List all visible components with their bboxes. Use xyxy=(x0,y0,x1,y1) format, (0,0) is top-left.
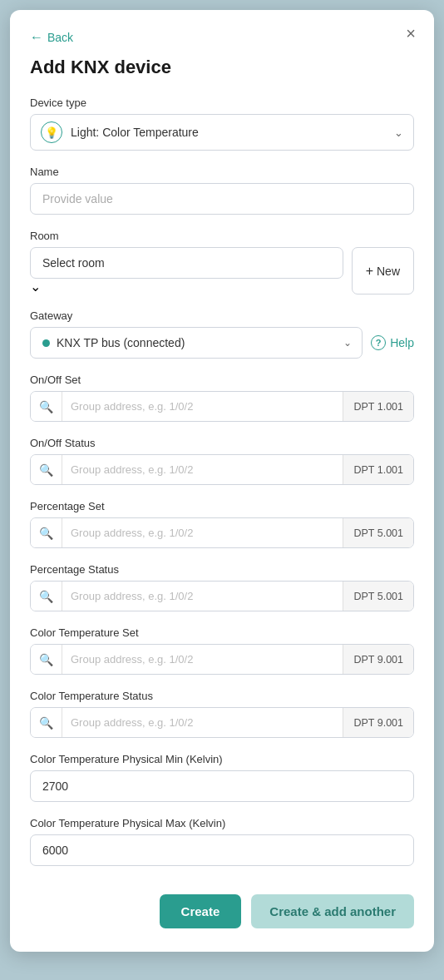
address-field-2: Percentage Set 🔍 DPT 5.001 xyxy=(30,500,414,548)
gateway-field: Gateway KNX TP bus (connected) ⌄ ? Help xyxy=(30,309,414,359)
new-room-label: New xyxy=(377,265,400,278)
gateway-chevron-icon: ⌄ xyxy=(343,337,352,349)
device-type-value: Light: Color Temperature xyxy=(71,126,394,139)
color-temp-max-field: Color Temperature Physical Max (Kelvin) xyxy=(30,817,414,866)
name-input[interactable] xyxy=(30,183,414,215)
page-title: Add KNX device xyxy=(30,57,414,78)
room-label: Room xyxy=(30,230,414,242)
room-select[interactable]: Select room xyxy=(30,247,343,279)
address-input-2[interactable] xyxy=(62,518,343,547)
address-search-icon-0[interactable]: 🔍 xyxy=(31,392,62,421)
address-search-icon-3[interactable]: 🔍 xyxy=(31,582,62,611)
address-input-3[interactable] xyxy=(62,582,343,611)
device-type-icon: 💡 xyxy=(41,121,62,143)
help-label: Help xyxy=(390,336,414,349)
address-row-3: 🔍 DPT 5.001 xyxy=(30,581,414,611)
room-row: Select room ⌄ + New xyxy=(30,247,414,294)
back-label: Back xyxy=(47,31,73,44)
actions-row: Create Create & add another xyxy=(30,881,414,928)
create-add-another-button[interactable]: Create & add another xyxy=(251,894,414,928)
address-fields-container: On/Off Set 🔍 DPT 1.001 On/Off Status 🔍 D… xyxy=(30,374,414,738)
dpt-badge-1: DPT 1.001 xyxy=(343,455,413,484)
color-temp-min-label: Color Temperature Physical Min (Kelvin) xyxy=(30,753,414,765)
plus-icon: + xyxy=(366,264,373,279)
address-field-0: On/Off Set 🔍 DPT 1.001 xyxy=(30,374,414,422)
color-temp-min-field: Color Temperature Physical Min (Kelvin) xyxy=(30,753,414,802)
address-field-label-1: On/Off Status xyxy=(30,437,414,449)
name-label: Name xyxy=(30,166,414,178)
address-input-4[interactable] xyxy=(62,645,343,674)
address-field-4: Color Temperature Set 🔍 DPT 9.001 xyxy=(30,626,414,675)
address-field-3: Percentage Status 🔍 DPT 5.001 xyxy=(30,563,414,611)
address-row-4: 🔍 DPT 9.001 xyxy=(30,644,414,675)
gateway-select-wrapper: KNX TP bus (connected) ⌄ xyxy=(30,327,363,359)
address-field-label-3: Percentage Status xyxy=(30,563,414,576)
dpt-badge-2: DPT 5.001 xyxy=(343,518,413,547)
address-row-2: 🔍 DPT 5.001 xyxy=(30,517,414,548)
address-row-1: 🔍 DPT 1.001 xyxy=(30,454,414,485)
help-circle-icon: ? xyxy=(371,335,386,350)
address-search-icon-5[interactable]: 🔍 xyxy=(31,708,62,737)
room-select-wrapper: Select room ⌄ xyxy=(30,247,343,294)
address-search-icon-4[interactable]: 🔍 xyxy=(31,645,62,674)
name-field: Name xyxy=(30,166,414,215)
address-search-icon-1[interactable]: 🔍 xyxy=(31,455,62,484)
color-temp-max-label: Color Temperature Physical Max (Kelvin) xyxy=(30,817,414,829)
address-field-label-2: Percentage Set xyxy=(30,500,414,512)
device-type-chevron-icon: ⌄ xyxy=(394,126,403,139)
address-field-1: On/Off Status 🔍 DPT 1.001 xyxy=(30,437,414,485)
modal-overlay: × ← Back Add KNX device Device type 💡 Li… xyxy=(0,0,444,980)
create-button[interactable]: Create xyxy=(160,894,242,928)
address-row-5: 🔍 DPT 9.001 xyxy=(30,707,414,738)
dpt-badge-4: DPT 9.001 xyxy=(343,645,413,674)
dpt-badge-3: DPT 5.001 xyxy=(343,582,413,611)
device-type-label: Device type xyxy=(30,97,414,109)
address-row-0: 🔍 DPT 1.001 xyxy=(30,391,414,422)
gateway-value: KNX TP bus (connected) xyxy=(57,336,332,349)
address-field-5: Color Temperature Status 🔍 DPT 9.001 xyxy=(30,690,414,738)
back-link[interactable]: ← Back xyxy=(30,30,73,45)
room-chevron-icon: ⌄ xyxy=(30,280,41,294)
modal-container: × ← Back Add KNX device Device type 💡 Li… xyxy=(10,10,434,952)
color-temp-min-input[interactable] xyxy=(30,770,414,802)
address-field-label-5: Color Temperature Status xyxy=(30,690,414,702)
device-type-select[interactable]: 💡 Light: Color Temperature ⌄ xyxy=(30,114,414,151)
gateway-select[interactable]: KNX TP bus (connected) ⌄ xyxy=(30,327,363,359)
address-input-0[interactable] xyxy=(62,392,343,421)
new-room-button[interactable]: + New xyxy=(352,247,414,294)
device-type-field: Device type 💡 Light: Color Temperature ⌄ xyxy=(30,97,414,151)
address-input-5[interactable] xyxy=(62,708,343,737)
dpt-badge-0: DPT 1.001 xyxy=(343,392,413,421)
address-input-1[interactable] xyxy=(62,455,343,484)
help-button[interactable]: ? Help xyxy=(371,335,414,350)
color-temp-max-input[interactable] xyxy=(30,834,414,866)
room-field: Room Select room ⌄ + New xyxy=(30,230,414,294)
address-search-icon-2[interactable]: 🔍 xyxy=(31,518,62,547)
address-field-label-0: On/Off Set xyxy=(30,374,414,386)
back-arrow-icon: ← xyxy=(30,30,43,45)
gateway-status-dot xyxy=(42,339,50,347)
gateway-row: KNX TP bus (connected) ⌄ ? Help xyxy=(30,327,414,359)
address-field-label-4: Color Temperature Set xyxy=(30,626,414,639)
dpt-badge-5: DPT 9.001 xyxy=(343,708,413,737)
close-button[interactable]: × xyxy=(401,23,421,43)
gateway-label: Gateway xyxy=(30,309,414,322)
